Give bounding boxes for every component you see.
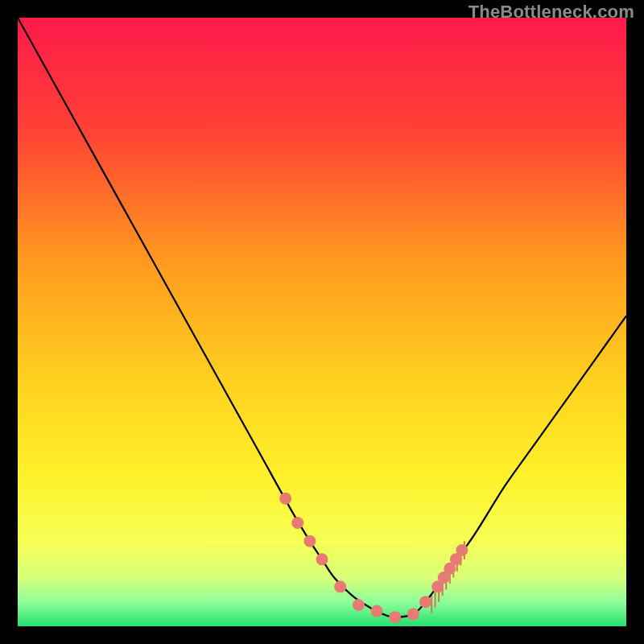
highlight-dot xyxy=(303,535,316,547)
highlight-dot xyxy=(407,608,419,620)
highlight-dot xyxy=(353,599,365,611)
highlight-dot xyxy=(291,517,303,529)
highlight-dot xyxy=(334,580,346,592)
highlight-dot xyxy=(279,493,291,505)
highlight-dot xyxy=(456,544,468,556)
outer-frame: TheBottleneck.com xyxy=(0,0,644,644)
chart-svg xyxy=(18,18,626,626)
highlight-dot xyxy=(419,596,431,608)
gradient-background xyxy=(18,18,626,626)
highlight-dot xyxy=(316,553,328,565)
highlight-dot xyxy=(371,605,383,617)
highlight-dot xyxy=(389,611,401,623)
chart-plot-area xyxy=(18,18,626,626)
